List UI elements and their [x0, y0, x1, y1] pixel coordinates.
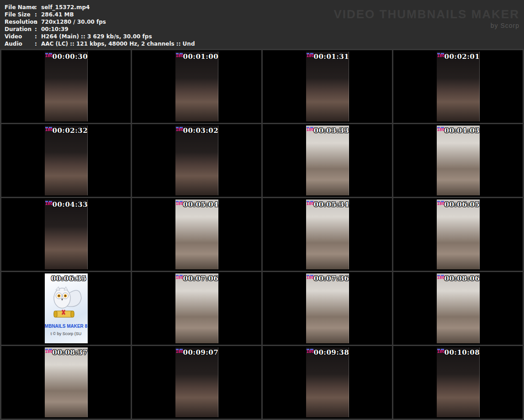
timestamp-label: 00:02:01	[445, 52, 480, 61]
watermark-number: 180	[45, 350, 53, 354]
timestamp-overlay: 180 00:02:32	[45, 126, 88, 135]
field-label: Audio	[5, 40, 35, 47]
file-info-row: Audio : AAC (LC) :: 121 kbps, 48000 Hz, …	[5, 40, 524, 47]
grid-cell: 180 00:09:38	[263, 346, 392, 419]
timestamp-label: 00:05:34	[314, 200, 349, 209]
grid-cell: 180 00:06:05	[393, 198, 523, 271]
watermark-badge: 180	[437, 275, 445, 280]
video-thumbnail: 180 00:07:06	[175, 273, 218, 343]
watermark-number: 180	[437, 202, 445, 206]
vtm-splash-copyright: t © by Scorp (SU	[45, 331, 88, 336]
watermark-badge: 180	[176, 275, 184, 280]
timestamp-label: 00:04:03	[445, 126, 480, 135]
video-thumbnail: 180 00:01:31	[306, 52, 349, 121]
grid-cell: 180 00:00:30	[1, 50, 131, 123]
timestamp-label: 00:06:35	[51, 274, 87, 283]
video-thumbnail: 180 00:07:36	[306, 273, 349, 343]
field-separator: :	[35, 18, 41, 26]
field-label: Video	[5, 33, 35, 40]
field-separator: :	[35, 11, 41, 18]
watermark-number: 180	[307, 276, 314, 280]
video-codec-value: H264 (Main) :: 3 629 kb/s, 30.00 fps	[41, 33, 152, 40]
owl-with-scroll-icon	[48, 284, 84, 325]
timestamp-overlay: 180 00:02:01	[437, 52, 480, 61]
video-thumbnail: 180 00:08:37	[45, 347, 88, 417]
timestamp-label: 00:07:36	[314, 274, 349, 283]
watermark-badge: 180	[176, 349, 184, 354]
timestamp-overlay: 180 00:06:05	[437, 200, 480, 209]
field-separator: :	[35, 33, 41, 40]
video-thumbnail: 180 00:02:32	[45, 126, 88, 195]
grid-cell: 180 00:01:00	[132, 50, 261, 123]
video-thumbnail: 180 00:08:06	[437, 273, 480, 343]
timestamp-label: 00:04:33	[53, 200, 88, 209]
watermark-number: 180	[176, 54, 184, 58]
timestamp-label: 00:05:04	[183, 200, 218, 209]
video-thumbnail: 180 00:10:08	[437, 347, 480, 417]
video-thumbnail: 180 00:01:00	[175, 52, 218, 121]
watermark-badge: 180	[437, 349, 445, 354]
watermark-number: 180	[437, 128, 445, 132]
timestamp-overlay: 180 00:04:33	[45, 200, 88, 209]
watermark-badge: 180	[176, 127, 184, 132]
watermark-number: 180	[45, 128, 53, 132]
watermark-badge: 180	[45, 127, 53, 132]
grid-cell: 180 00:01:31	[263, 50, 392, 123]
timestamp-overlay: 180 00:03:02	[175, 126, 218, 135]
timestamp-overlay: 180 00:00:30	[45, 52, 88, 61]
timestamp-overlay: 180 00:07:36	[306, 274, 349, 283]
app-logo-title: VIDEO THUMBNAILS MAKER	[333, 7, 519, 21]
watermark-badge: 180	[307, 349, 314, 354]
watermark-number: 180	[45, 202, 53, 206]
grid-cell: 180 00:05:34	[263, 198, 392, 271]
watermark-number: 180	[307, 202, 314, 206]
thumbnail-grid: 180 00:00:30 180 00:01:00 180 00:01:31 1…	[0, 49, 524, 420]
field-separator: :	[35, 26, 41, 33]
timestamp-label: 00:06:05	[445, 200, 480, 209]
video-thumbnail: 180 00:09:38	[306, 347, 349, 417]
info-header: File Name : self_15372.mp4 File Size : 2…	[0, 0, 524, 49]
timestamp-label: 00:10:08	[445, 348, 480, 357]
watermark-number: 180	[176, 128, 184, 132]
field-separator: :	[35, 40, 41, 47]
timestamp-label: 00:08:37	[53, 348, 88, 357]
field-separator: :	[35, 4, 41, 11]
video-thumbnail: 180 00:09:07	[175, 347, 218, 417]
video-thumbnail: 180 00:06:05	[437, 200, 480, 269]
timestamp-label: 00:09:38	[314, 348, 349, 357]
timestamp-overlay: 180 00:01:31	[306, 52, 349, 61]
grid-cell: 180 00:09:07	[132, 346, 261, 419]
vtm-splash: MBNAILS MAKER 8 t © by Scorp (SU	[45, 273, 88, 343]
timestamp-label: 00:00:30	[53, 52, 88, 61]
video-thumbnail: 180 00:04:33	[45, 200, 88, 269]
timestamp-label: 00:02:32	[53, 126, 88, 135]
watermark-badge: 180	[307, 201, 314, 206]
timestamp-overlay: 180 00:05:34	[306, 200, 349, 209]
video-thumbnail: 180 00:03:33	[306, 126, 349, 195]
video-thumbnail: 180 00:02:01	[437, 52, 480, 121]
watermark-badge: 180	[437, 127, 445, 132]
watermark-badge: 180	[307, 127, 314, 132]
file-info-row: Video : H264 (Main) :: 3 629 kb/s, 30.00…	[5, 33, 524, 40]
file-name-value: self_15372.mp4	[41, 4, 90, 11]
app-logo: VIDEO THUMBNAILS MAKER by Scorp	[333, 7, 519, 29]
grid-cell: 180 00:07:06	[132, 272, 261, 345]
video-thumbnail: 180 00:05:34	[306, 200, 349, 269]
timestamp-label: 00:09:07	[183, 348, 218, 357]
timestamp-label: 00:01:31	[314, 52, 349, 61]
timestamp-overlay: 180 00:03:33	[306, 126, 349, 135]
watermark-number: 180	[437, 350, 445, 354]
watermark-number: 180	[45, 54, 53, 58]
grid-cell: 180 00:02:32	[1, 124, 131, 197]
timestamp-label: 00:03:33	[314, 126, 349, 135]
watermark-number: 180	[176, 276, 184, 280]
field-label: File Name	[5, 4, 35, 11]
app-logo-subtitle: by Scorp	[333, 22, 519, 29]
timestamp-overlay: 180 00:07:06	[175, 274, 218, 283]
timestamp-label: 00:01:00	[183, 52, 218, 61]
timestamp-overlay: 180 00:08:37	[45, 348, 88, 357]
grid-cell: 180 00:10:08	[393, 346, 523, 419]
resolution-value: 720x1280 / 30.00 fps	[41, 18, 106, 26]
watermark-badge: 180	[176, 201, 184, 206]
video-thumbnail: 180 00:00:30	[45, 52, 88, 121]
